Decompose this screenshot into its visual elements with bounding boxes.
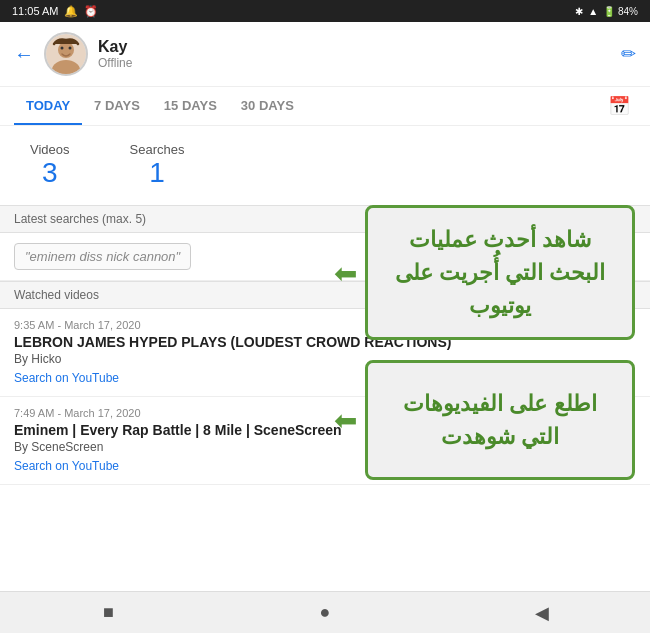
tab-7days[interactable]: 7 DAYS: [82, 88, 152, 125]
status-bar-left: 11:05 AM 🔔 ⏰: [12, 5, 98, 18]
video-item-2: 7:49 AM - March 17, 2020 Eminem | Every …: [0, 397, 650, 485]
avatar: [44, 32, 88, 76]
videos-stat: Videos 3: [30, 142, 70, 189]
calendar-button[interactable]: 📅: [602, 87, 636, 125]
video-timestamp-1: 9:35 AM - March 17, 2020: [14, 319, 636, 331]
nav-back-button[interactable]: ◀: [522, 593, 562, 633]
profile-name: Kay: [98, 38, 611, 56]
clock-icon: ⏰: [84, 5, 98, 18]
svg-point-4: [69, 47, 72, 50]
content-area: Latest searches (max. 5) "eminem diss ni…: [0, 205, 650, 485]
watched-videos-header: Watched videos: [0, 281, 650, 309]
bottom-nav: ■ ● ◀: [0, 591, 650, 633]
video-channel-2: By SceneScreen: [14, 440, 636, 454]
search-on-youtube-link-1[interactable]: Search on YouTube: [14, 371, 119, 385]
status-time: 11:05 AM: [12, 5, 58, 17]
search-item: "eminem diss nick cannon": [0, 233, 650, 281]
videos-label: Videos: [30, 142, 70, 157]
nav-home-button[interactable]: ●: [305, 593, 345, 633]
bluetooth-icon: ✱: [575, 6, 583, 17]
signal-icon: ▲: [588, 6, 598, 17]
videos-value: 3: [30, 157, 70, 189]
tabs-bar: TODAY 7 DAYS 15 DAYS 30 DAYS 📅: [0, 87, 650, 126]
status-bar-right: ✱ ▲ 🔋 84%: [575, 6, 638, 17]
video-channel-1: By Hicko: [14, 352, 636, 366]
tab-15days[interactable]: 15 DAYS: [152, 88, 229, 125]
video-title-1: LEBRON JAMES HYPED PLAYS (LOUDEST CROWD …: [14, 334, 636, 350]
back-button[interactable]: ←: [14, 43, 34, 66]
search-on-youtube-link-2[interactable]: Search on YouTube: [14, 459, 119, 473]
svg-point-3: [61, 47, 64, 50]
profile-status: Offline: [98, 56, 611, 70]
searches-stat: Searches 1: [130, 142, 185, 189]
tab-today[interactable]: TODAY: [14, 88, 82, 125]
nav-stop-button[interactable]: ■: [88, 593, 128, 633]
latest-searches-header: Latest searches (max. 5): [0, 205, 650, 233]
tab-30days[interactable]: 30 DAYS: [229, 88, 306, 125]
video-title-2: Eminem | Every Rap Battle | 8 Mile | Sce…: [14, 422, 636, 438]
searches-label: Searches: [130, 142, 185, 157]
stats-section: Videos 3 Searches 1: [0, 126, 650, 205]
search-term: "eminem diss nick cannon": [14, 243, 191, 270]
video-item-1: 9:35 AM - March 17, 2020 LEBRON JAMES HY…: [0, 309, 650, 397]
searches-value: 1: [130, 157, 185, 189]
status-bar: 11:05 AM 🔔 ⏰ ✱ ▲ 🔋 84%: [0, 0, 650, 22]
alarm-icon: 🔔: [64, 5, 78, 18]
header-info: Kay Offline: [98, 38, 611, 70]
video-timestamp-2: 7:49 AM - March 17, 2020: [14, 407, 636, 419]
battery-icon: 🔋 84%: [603, 6, 638, 17]
edit-button[interactable]: ✏: [621, 43, 636, 65]
profile-header: ← Kay Offline ✏: [0, 22, 650, 87]
